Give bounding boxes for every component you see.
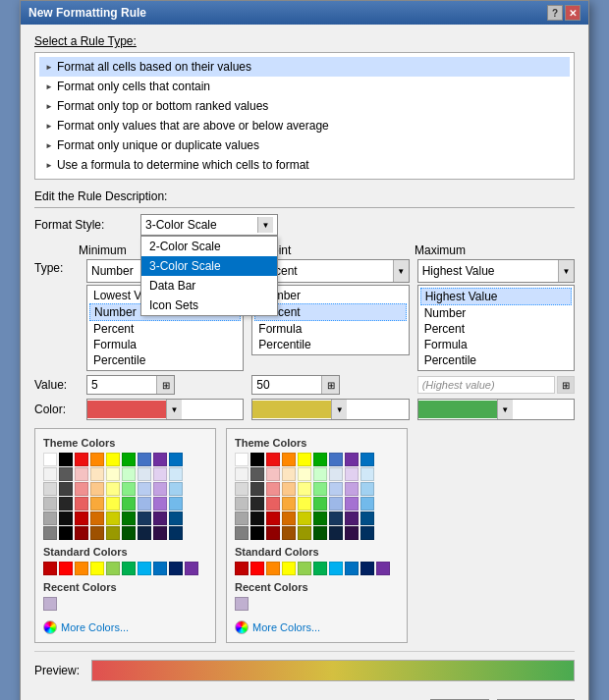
swatch[interactable] — [235, 512, 249, 525]
swatch[interactable] — [43, 512, 57, 525]
swatch[interactable] — [313, 526, 327, 540]
std-swatch[interactable] — [329, 562, 343, 575]
more-colors-link-1[interactable]: More Colors... — [43, 620, 207, 634]
std-swatch[interactable] — [90, 562, 104, 575]
rule-type-format-above-below[interactable]: Format only values that are above or bel… — [39, 116, 570, 135]
swatch[interactable] — [138, 453, 151, 466]
swatch[interactable] — [106, 482, 120, 496]
help-button[interactable]: ? — [547, 5, 563, 21]
swatch[interactable] — [153, 482, 167, 496]
swatch[interactable] — [106, 526, 120, 540]
recent-swatch-2[interactable] — [235, 597, 249, 611]
swatch[interactable] — [153, 512, 167, 525]
swatch[interactable] — [250, 526, 264, 540]
swatch[interactable] — [169, 497, 183, 511]
option-iconsets[interactable]: Icon Sets — [141, 296, 277, 315]
std-swatch[interactable] — [169, 562, 183, 575]
std-swatch[interactable] — [59, 562, 73, 575]
min-color-selector[interactable]: ▼ — [86, 399, 244, 420]
maximum-type-dropdown[interactable]: Highest Value ▼ — [417, 259, 575, 283]
swatch[interactable] — [75, 512, 88, 525]
swatch[interactable] — [75, 497, 88, 511]
max-color-selector[interactable]: ▼ — [417, 399, 575, 420]
swatch[interactable] — [360, 526, 374, 540]
swatch[interactable] — [266, 497, 280, 511]
min-value-input[interactable] — [87, 376, 156, 394]
swatch[interactable] — [266, 467, 280, 481]
swatch[interactable] — [122, 482, 136, 496]
std-swatch[interactable] — [138, 562, 151, 575]
swatch[interactable] — [329, 497, 343, 511]
swatch[interactable] — [59, 453, 73, 466]
swatch[interactable] — [43, 453, 57, 466]
swatch[interactable] — [282, 512, 296, 525]
swatch[interactable] — [153, 526, 167, 540]
swatch[interactable] — [313, 512, 327, 525]
swatch[interactable] — [43, 526, 57, 540]
swatch[interactable] — [106, 512, 120, 525]
min-option-percent[interactable]: Percent — [89, 321, 241, 337]
std-swatch[interactable] — [235, 562, 249, 575]
swatch[interactable] — [90, 467, 104, 481]
std-swatch[interactable] — [250, 562, 264, 575]
std-swatch[interactable] — [313, 562, 327, 575]
std-swatch[interactable] — [298, 562, 311, 575]
swatch[interactable] — [298, 512, 311, 525]
swatch[interactable] — [266, 453, 280, 466]
max-option-percentile[interactable]: Percentile — [420, 352, 572, 368]
swatch[interactable] — [298, 453, 311, 466]
swatch[interactable] — [345, 453, 359, 466]
swatch[interactable] — [282, 482, 296, 496]
swatch[interactable] — [122, 453, 136, 466]
rule-type-format-unique-dup[interactable]: Format only unique or duplicate values — [39, 135, 570, 155]
std-swatch[interactable] — [282, 562, 296, 575]
swatch[interactable] — [153, 497, 167, 511]
swatch[interactable] — [59, 497, 73, 511]
swatch[interactable] — [43, 467, 57, 481]
swatch[interactable] — [345, 512, 359, 525]
swatch[interactable] — [90, 497, 104, 511]
swatch[interactable] — [360, 467, 374, 481]
swatch[interactable] — [138, 482, 151, 496]
max-option-percent[interactable]: Percent — [420, 321, 572, 337]
swatch[interactable] — [266, 526, 280, 540]
swatch[interactable] — [59, 482, 73, 496]
swatch[interactable] — [235, 467, 249, 481]
swatch[interactable] — [282, 453, 296, 466]
swatch[interactable] — [43, 482, 57, 496]
swatch[interactable] — [169, 467, 183, 481]
swatch[interactable] — [298, 497, 311, 511]
swatch[interactable] — [59, 526, 73, 540]
swatch[interactable] — [138, 512, 151, 525]
swatch[interactable] — [43, 497, 57, 511]
std-swatch[interactable] — [106, 562, 120, 575]
swatch[interactable] — [235, 497, 249, 511]
rule-type-format-contain[interactable]: Format only cells that contain — [39, 77, 570, 96]
min-value-icon[interactable]: ⊞ — [156, 376, 174, 394]
swatch[interactable] — [90, 512, 104, 525]
swatch[interactable] — [250, 512, 264, 525]
swatch[interactable] — [235, 482, 249, 496]
rule-type-format-all[interactable]: Format all cells based on their values — [39, 57, 570, 77]
swatch[interactable] — [298, 467, 311, 481]
swatch[interactable] — [282, 497, 296, 511]
swatch[interactable] — [75, 526, 88, 540]
swatch[interactable] — [122, 526, 136, 540]
std-swatch[interactable] — [185, 562, 198, 575]
swatch[interactable] — [169, 526, 183, 540]
option-2color[interactable]: 2-Color Scale — [141, 237, 277, 256]
std-swatch[interactable] — [376, 562, 390, 575]
swatch[interactable] — [75, 467, 88, 481]
format-style-dropdown[interactable]: 3-Color Scale ▼ — [140, 214, 278, 236]
swatch[interactable] — [313, 497, 327, 511]
max-option-number[interactable]: Number — [420, 305, 572, 321]
swatch[interactable] — [250, 482, 264, 496]
swatch[interactable] — [298, 482, 311, 496]
option-databar[interactable]: Data Bar — [141, 276, 277, 296]
std-swatch[interactable] — [266, 562, 280, 575]
swatch[interactable] — [169, 512, 183, 525]
swatch[interactable] — [235, 526, 249, 540]
max-option-formula[interactable]: Formula — [420, 337, 572, 352]
swatch[interactable] — [138, 467, 151, 481]
swatch[interactable] — [329, 512, 343, 525]
